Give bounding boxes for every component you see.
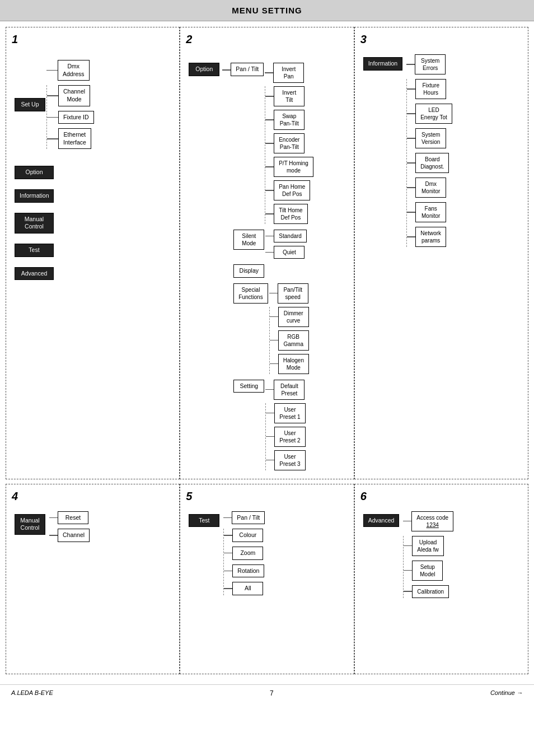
p2-invert-pan: InvertPan <box>273 63 304 83</box>
p5-colour: Colour <box>232 529 263 542</box>
panel-3: 3 Information SystemErrors FixtureHours <box>354 27 528 479</box>
p2-halogen-mode: HalogenMode <box>278 354 309 374</box>
p3-system-version: SystemVersion <box>415 128 446 148</box>
footer-center: 7 <box>270 689 274 697</box>
p3-fixture-hours: FixtureHours <box>415 79 446 99</box>
p2-default-preset: DefaultPreset <box>274 380 305 400</box>
p2-user-preset-2: UserPreset 2 <box>274 427 305 447</box>
p4-manual-control: ManualControl <box>15 514 45 535</box>
box-advanced: Advanced <box>15 267 54 281</box>
box-setup: Set Up <box>15 98 45 111</box>
p2-swap-pan-tilt: SwapPan-Tilt <box>274 110 305 130</box>
p3-led-energy: LEDEnergy Tot <box>415 104 452 124</box>
page-header: MENU SETTING <box>0 0 534 21</box>
page-footer: A.LEDA B-EYE 7 Continue → <box>0 684 534 702</box>
p2-pt-homing: P/T Homingmode <box>274 157 313 177</box>
p2-dimmer-curve: Dimmercurve <box>278 307 309 327</box>
box-test: Test <box>15 244 54 257</box>
p4-channel: Channel <box>58 529 90 542</box>
panel-3-number: 3 <box>360 33 522 46</box>
p6-calibration: Calibration <box>412 585 449 598</box>
panel-5-number: 5 <box>186 490 348 503</box>
panel-1: 1 Set Up <box>6 27 180 479</box>
p2-silent-mode: SilentMode <box>233 230 264 250</box>
p5-pan-tilt: Pan / Tilt <box>232 511 265 525</box>
p6-advanced: Advanced <box>363 514 400 528</box>
panel-1-number: 1 <box>12 33 174 46</box>
p2-user-preset-1: UserPreset 1 <box>274 403 305 423</box>
p2-user-preset-3: UserPreset 3 <box>274 450 305 470</box>
p2-pan-tilt: Pan / Tilt <box>231 63 264 76</box>
box-dmx-address: DmxAddress <box>58 60 90 81</box>
p2-rgb-gamma: RGBGamma <box>278 330 309 351</box>
p5-zoom: Zoom <box>232 547 263 560</box>
p6-setup-model: SetupModel <box>412 561 443 581</box>
footer-left: A.LEDA B-EYE <box>11 689 53 697</box>
p3-board-diagnost: BoardDiagnost. <box>415 153 449 173</box>
box-option: Option <box>15 166 54 179</box>
p6-access-code: Access code1234 <box>411 511 453 531</box>
box-fixture-id: Fixture ID <box>58 111 94 124</box>
panel-4-number: 4 <box>12 490 174 503</box>
p2-box-option: Option <box>189 63 219 76</box>
p2-standard: Standard <box>274 230 307 242</box>
panel-6: 6 Advanced Access code1234 UploadAleda f… <box>354 484 528 674</box>
p2-pan-home: Pan HomeDef Pos <box>274 180 310 200</box>
p2-tilt-home: Tilt HomeDef Pos <box>274 204 307 224</box>
p5-rotation: Rotation <box>232 564 264 578</box>
p5-all: All <box>232 582 263 595</box>
p2-quiet: Quiet <box>274 246 305 259</box>
p3-information: Information <box>363 57 403 71</box>
p5-test: Test <box>189 514 219 528</box>
panel-4: 4 ManualControl Reset Channel <box>6 484 180 674</box>
p3-network-params: Networkparams <box>415 227 446 247</box>
p2-display: Display <box>233 264 264 278</box>
p4-reset: Reset <box>58 511 88 525</box>
p3-dmx-monitor: DmxMonitor <box>415 178 446 198</box>
panel-2-number: 2 <box>186 33 348 46</box>
p2-invert-tilt: InvertTilt <box>274 86 305 106</box>
p2-setting: Setting <box>233 380 264 393</box>
panel-5: 5 Test Pan / Tilt Colour <box>180 484 354 674</box>
panel-2: 2 Option Pan / Tilt <box>180 27 354 479</box>
page-title: MENU SETTING <box>232 6 302 15</box>
p2-encoder-pan-tilt: EncoderPan-Tilt <box>274 133 305 153</box>
box-ethernet: EthernetInterface <box>58 128 91 149</box>
box-manual-control: ManualControl <box>15 213 54 234</box>
box-channel-mode: ChannelMode <box>58 85 90 106</box>
panel-6-number: 6 <box>360 490 522 503</box>
p2-special-functions: SpecialFunctions <box>233 283 268 304</box>
footer-right: Continue → <box>490 689 523 697</box>
p2-pan-tilt-speed: Pan/Tiltspeed <box>278 283 308 304</box>
p3-system-errors: SystemErrors <box>415 54 446 74</box>
box-information: Information <box>15 189 54 203</box>
p6-upload-aleda: UploadAleda fw <box>412 536 443 556</box>
p3-fans-monitor: FansMonitor <box>415 202 446 222</box>
